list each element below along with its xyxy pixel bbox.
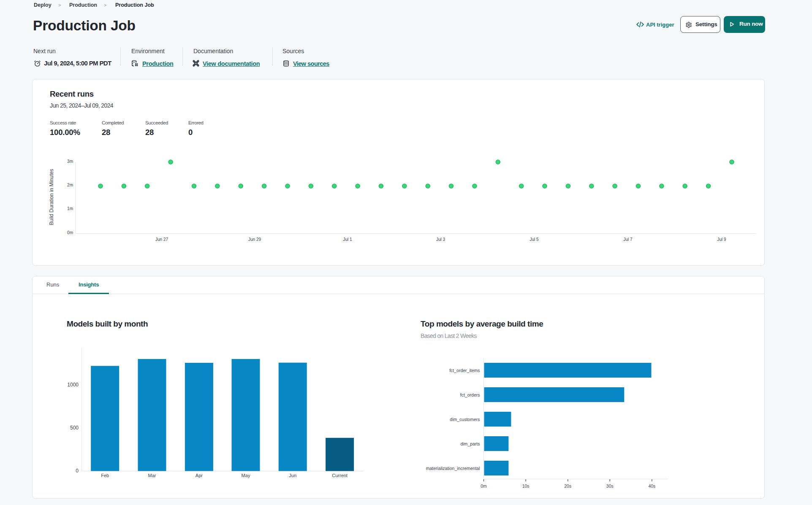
svg-text:Apr: Apr: [196, 473, 203, 478]
svg-text:0m: 0m: [481, 483, 487, 489]
svg-text:0m: 0m: [67, 230, 73, 235]
svg-text:Build Duration in Minutes: Build Duration in Minutes: [49, 169, 54, 225]
svg-text:2m: 2m: [67, 183, 73, 187]
svg-text:Jul 7: Jul 7: [623, 237, 633, 242]
svg-text:Mar: Mar: [148, 473, 156, 478]
svg-text:500: 500: [70, 425, 79, 431]
svg-text:materialization_incremental: materialization_incremental: [426, 466, 480, 471]
svg-text:fct_orders: fct_orders: [460, 392, 480, 397]
svg-text:Jul 5: Jul 5: [530, 237, 539, 242]
svg-text:20s: 20s: [564, 483, 571, 489]
svg-text:1000: 1000: [67, 382, 79, 388]
svg-text:0: 0: [76, 468, 79, 474]
svg-text:Jun: Jun: [289, 473, 296, 478]
svg-text:Jul 9: Jul 9: [717, 237, 726, 242]
svg-text:40s: 40s: [648, 483, 655, 489]
svg-text:3m: 3m: [67, 159, 73, 164]
svg-text:Feb: Feb: [101, 473, 109, 478]
svg-text:10s: 10s: [522, 483, 530, 489]
svg-text:Jun 29: Jun 29: [248, 237, 261, 242]
svg-text:fct_order_items: fct_order_items: [449, 368, 480, 373]
svg-text:Jun 27: Jun 27: [155, 237, 168, 242]
svg-text:30s: 30s: [606, 483, 614, 489]
svg-text:Jul 1: Jul 1: [343, 237, 352, 242]
svg-text:May: May: [242, 473, 250, 478]
svg-text:dim_parts: dim_parts: [460, 441, 480, 446]
svg-text:1m: 1m: [67, 206, 73, 211]
svg-text:dim_customers: dim_customers: [450, 417, 480, 422]
svg-text:Current: Current: [332, 473, 348, 478]
svg-text:Jul 3: Jul 3: [436, 237, 445, 242]
